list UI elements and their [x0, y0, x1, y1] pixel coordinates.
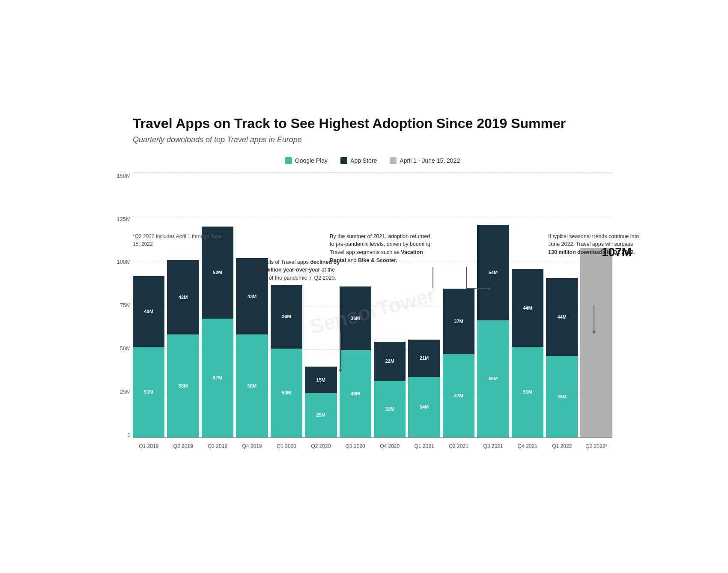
x-label-0: Q1 2019 [133, 443, 164, 449]
bar-group-Q2-2019: 58M42M [167, 260, 199, 437]
bar-apple-1: 42M [167, 260, 199, 334]
y-label-25: 25M [109, 388, 131, 395]
x-label-12: Q1 2022 [546, 443, 578, 449]
bar-apple-12: 44M [546, 278, 578, 356]
bar-group-Q4-2020: 32M22M [374, 342, 406, 437]
bar-apple-0: 40M [133, 276, 164, 347]
x-label-7: Q4 2020 [374, 443, 406, 449]
bar-google-label-10: 66M [489, 375, 498, 382]
chart-area: SensorTower 0 25M 50M 75M 100M 125M 150M… [133, 173, 612, 449]
bar-apple-label-4: 36M [282, 313, 291, 320]
bar-google-8: 34M [408, 377, 440, 437]
bar-stack-4: 50M36M [271, 285, 302, 437]
bar-stack-12: 46M44M [546, 278, 578, 437]
bar-group-Q4-2019: 58M43M [236, 258, 268, 437]
bar-group-Q3-2021: 66M54M [477, 225, 509, 437]
bar-group-Q1-2022: 46M44M [546, 278, 578, 437]
y-label-100: 100M [109, 259, 131, 265]
bar-apple-label-9: 37M [454, 317, 463, 325]
legend-partial: April 1 - June 15, 2022 [390, 157, 460, 164]
bar-google-label-4: 50M [282, 389, 291, 397]
bar-group-Q3-2019: 67M52M [202, 227, 233, 437]
bar-google-9: 47M [443, 354, 474, 437]
bar-group-Q2-2022star [580, 248, 612, 437]
x-label-2: Q3 2019 [202, 443, 233, 449]
bracket-arrowhead [488, 287, 491, 290]
bar-apple-8: 21M [408, 340, 440, 377]
bar-apple-label-10: 54M [489, 269, 498, 276]
bar-stack-6: 49M36M [340, 286, 371, 437]
bar-apple-7: 22M [374, 342, 406, 381]
bar-google-0: 51M [133, 347, 164, 437]
bar-apple-10: 54M [477, 225, 509, 320]
bar-apple-label-8: 21M [420, 354, 429, 362]
bar-stack-10: 66M54M [477, 225, 509, 437]
bar-stack-3: 58M43M [236, 258, 268, 437]
bar-stack-8: 34M21M [408, 340, 440, 437]
bar-apple-label-1: 42M [179, 293, 188, 301]
bar-google-label-5: 25M [316, 411, 325, 419]
bar-apple-4: 36M [271, 285, 302, 349]
bracket-line-v1 [433, 267, 433, 288]
legend-google-play-label: Google Play [295, 157, 328, 164]
bar-apple-label-11: 44M [523, 304, 532, 312]
y-label-0: 0 [109, 432, 131, 438]
bar-group-Q4-2021: 51M44M [512, 269, 543, 437]
legend-partial-label: April 1 - June 15, 2022 [400, 157, 460, 164]
annotation-q2-text: *Q2 2022 includes April 1 through June 1… [133, 233, 222, 247]
bar-apple-label-3: 43M [248, 292, 257, 300]
bar-google-12: 46M [546, 356, 578, 437]
bar-stack-5: 25M15M [305, 367, 337, 437]
bar-google-label-7: 32M [385, 405, 394, 413]
bracket-line-h [433, 267, 467, 268]
annotation-q2-note: *Q2 2022 includes April 1 through June 1… [133, 233, 227, 248]
annotation-line-pandemic [340, 331, 341, 370]
bar-google-label-2: 67M [213, 374, 222, 382]
legend-app-store-label: App Store [350, 157, 377, 164]
bar-partial-13 [580, 248, 612, 437]
bar-google-10: 66M [477, 320, 509, 437]
annotation-arrow-pandemic [339, 370, 342, 373]
chart-subtitle: Quarterly downloads of top Travel apps i… [133, 135, 612, 144]
x-label-6: Q3 2020 [340, 443, 371, 449]
forecast-arrowhead [592, 331, 596, 334]
chart-legend: Google Play App Store April 1 - June 15,… [133, 157, 612, 164]
bar-google-label-8: 34M [420, 403, 429, 411]
chart-title: Travel Apps on Track to See Highest Adop… [133, 115, 612, 131]
x-label-11: Q4 2021 [512, 443, 543, 449]
x-label-10: Q3 2021 [477, 443, 509, 449]
x-label-9: Q2 2021 [443, 443, 474, 449]
big-label-107m: 107M [602, 245, 632, 259]
bar-google-1: 58M [167, 334, 199, 437]
bracket-arrow-h [466, 288, 489, 289]
bar-google-2: 67M [202, 319, 233, 437]
bar-google-4: 50M [271, 349, 302, 437]
bar-group-Q2-2021: 47M37M [443, 289, 474, 437]
bar-stack-7: 32M22M [374, 342, 406, 437]
bar-group-Q1-2020: 50M36M [271, 285, 302, 437]
bar-google-label-6: 49M [351, 390, 360, 397]
bracket-line-v2 [466, 267, 467, 288]
bar-apple-5: 15M [305, 367, 337, 393]
bar-google-7: 32M [374, 381, 406, 437]
annotation-recovery: By the summer of 2021, adoption returned… [330, 233, 433, 265]
bars-row: 51M40M58M42M67M52M58M43M50M36M25M15M49M3… [133, 173, 612, 438]
forecast-line-v [594, 305, 594, 331]
bar-google-label-9: 47M [454, 392, 463, 400]
partial-swatch [390, 157, 397, 164]
x-axis: Q1 2019Q2 2019Q3 2019Q4 2019Q1 2020Q2 20… [133, 440, 612, 449]
chart-container: Travel Apps on Track to See Highest Adop… [98, 98, 630, 475]
x-label-1: Q2 2019 [167, 443, 199, 449]
bar-apple-9: 37M [443, 289, 474, 354]
app-store-swatch [340, 157, 347, 164]
bar-stack-1: 58M42M [167, 260, 199, 437]
bar-apple-label-5: 15M [316, 376, 325, 384]
bar-google-label-3: 58M [248, 382, 257, 390]
legend-app-store: App Store [340, 157, 377, 164]
x-label-8: Q1 2021 [408, 443, 440, 449]
x-label-13: Q2 2022* [580, 443, 612, 449]
bar-group-Q1-2021: 34M21M [408, 340, 440, 437]
bar-group-Q3-2020: 49M36M [340, 286, 371, 437]
bar-apple-label-12: 44M [558, 313, 567, 321]
bar-stack-0: 51M40M [133, 276, 164, 437]
